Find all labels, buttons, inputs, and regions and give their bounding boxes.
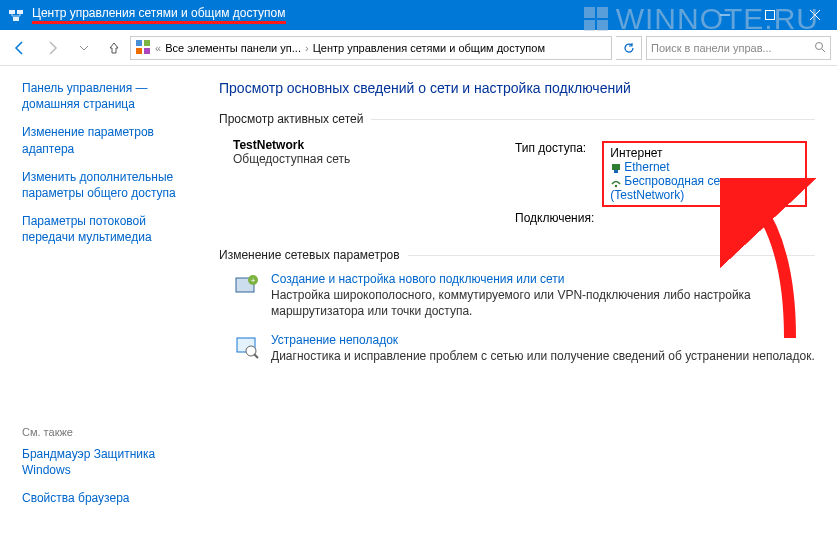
search-placeholder: Поиск в панели управ...	[651, 42, 810, 54]
task-troubleshoot[interactable]: Устранение неполадок Диагностика и испра…	[233, 333, 815, 364]
svg-point-11	[816, 42, 823, 49]
access-label: Тип доступа:	[515, 140, 600, 208]
task-new-connection[interactable]: + Создание и настройка нового подключени…	[233, 272, 815, 319]
wifi-icon	[610, 176, 622, 188]
search-icon	[814, 41, 826, 55]
breadcrumb-item[interactable]: Все элементы панели уп...	[165, 42, 301, 54]
close-button[interactable]	[792, 0, 837, 30]
network-type: Общедоступная сеть	[233, 152, 493, 166]
change-settings-header: Изменение сетевых параметров	[219, 248, 815, 262]
svg-rect-2	[13, 17, 19, 21]
svg-rect-4	[765, 11, 774, 20]
sidebar: Панель управления — домашняя страница Из…	[0, 66, 205, 534]
svg-point-15	[615, 185, 617, 187]
svg-line-21	[254, 354, 258, 358]
svg-text:+: +	[251, 276, 256, 285]
chevron-right-icon: ›	[305, 42, 309, 54]
titlebar: Центр управления сетями и общим доступом	[0, 0, 837, 30]
svg-line-12	[822, 49, 825, 52]
sidebar-item-firewall[interactable]: Брандмауэр Защитника Windows	[22, 446, 195, 478]
navbar: « Все элементы панели уп... › Центр упра…	[0, 30, 837, 66]
breadcrumb-item[interactable]: Центр управления сетями и общим доступом	[313, 42, 545, 54]
svg-rect-9	[136, 48, 142, 54]
network-name: TestNetwork	[233, 138, 493, 152]
network-block: TestNetwork Общедоступная сеть Тип досту…	[233, 138, 815, 228]
svg-rect-1	[17, 10, 23, 14]
task-title[interactable]: Устранение неполадок	[271, 333, 398, 347]
svg-rect-10	[144, 48, 150, 54]
sidebar-item-browser[interactable]: Свойства браузера	[22, 490, 195, 506]
recent-dropdown[interactable]	[70, 34, 98, 62]
task-title[interactable]: Создание и настройка нового подключения …	[271, 272, 565, 286]
search-input[interactable]: Поиск в панели управ...	[646, 36, 831, 60]
task-desc: Настройка широкополосного, коммутируемог…	[271, 287, 815, 319]
control-panel-icon	[135, 39, 151, 57]
maximize-button[interactable]	[747, 0, 792, 30]
connection-wifi[interactable]: Беспроводная сеть (TestNetwork)	[610, 174, 731, 202]
address-bar[interactable]: « Все элементы панели уп... › Центр упра…	[130, 36, 612, 60]
connection-ethernet[interactable]: Ethernet	[624, 160, 669, 174]
window-title: Центр управления сетями и общим доступом	[32, 6, 286, 24]
sidebar-item-adapter[interactable]: Изменение параметров адаптера	[22, 124, 195, 156]
troubleshoot-icon	[233, 333, 261, 361]
main-pane: Просмотр основных сведений о сети и наст…	[205, 66, 837, 534]
svg-rect-13	[612, 164, 620, 170]
network-center-icon	[8, 6, 26, 24]
minimize-button[interactable]	[702, 0, 747, 30]
window-controls	[702, 0, 837, 30]
sidebar-item-sharing[interactable]: Изменить дополнительные параметры общего…	[22, 169, 195, 201]
see-also-label: См. также	[22, 426, 195, 438]
back-button[interactable]	[6, 34, 34, 62]
svg-rect-8	[144, 40, 150, 46]
page-title: Просмотр основных сведений о сети и наст…	[219, 80, 815, 96]
refresh-button[interactable]	[616, 36, 642, 60]
sidebar-item-media[interactable]: Параметры потоковой передачи мультимедиа	[22, 213, 195, 245]
active-networks-header: Просмотр активных сетей	[219, 112, 815, 126]
up-button[interactable]	[102, 36, 126, 60]
conn-label: Подключения:	[515, 210, 600, 226]
forward-button[interactable]	[38, 34, 66, 62]
svg-rect-0	[9, 10, 15, 14]
access-value: Интернет	[610, 146, 662, 160]
breadcrumb-sep: «	[155, 42, 161, 54]
new-connection-icon: +	[233, 272, 261, 300]
ethernet-icon	[610, 162, 622, 174]
svg-rect-14	[614, 170, 618, 173]
svg-rect-7	[136, 40, 142, 46]
sidebar-item-home[interactable]: Панель управления — домашняя страница	[22, 80, 195, 112]
task-desc: Диагностика и исправление проблем с сеть…	[271, 348, 815, 364]
